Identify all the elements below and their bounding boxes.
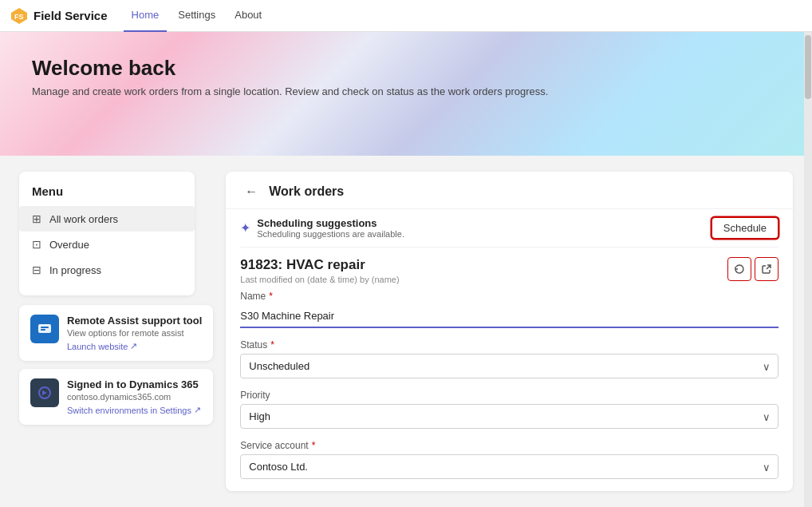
status-select-wrap: Unscheduled Scheduled In Progress Comple… bbox=[240, 354, 778, 378]
sidebar-item-in-progress[interactable]: ⊟ In progress bbox=[19, 257, 195, 283]
field-status: Status * Unscheduled Scheduled In Progre… bbox=[240, 339, 778, 378]
remote-assist-info: Remote Assist support tool View options … bbox=[67, 315, 202, 351]
remote-assist-title: Remote Assist support tool bbox=[67, 315, 202, 327]
sidebar: Menu ⊞ All work orders ⊡ Overdue ⊟ In pr… bbox=[19, 172, 213, 491]
main-content: Menu ⊞ All work orders ⊡ Overdue ⊟ In pr… bbox=[0, 156, 812, 507]
sidebar-title: Menu bbox=[19, 184, 195, 206]
service-account-required: * bbox=[312, 440, 316, 451]
workorder-detail-header: 91823: HVAC repair Last modified on (dat… bbox=[240, 248, 778, 291]
scheduling-bar: ✦ Scheduling suggestions Scheduling sugg… bbox=[240, 209, 778, 248]
sidebar-cards: Remote Assist support tool View options … bbox=[19, 305, 213, 425]
hero-banner: Welcome back Manage and create work orde… bbox=[0, 32, 812, 156]
work-order-type-required: * bbox=[323, 491, 327, 492]
dynamics-info: Signed in to Dynamics 365 contoso.dynami… bbox=[67, 378, 202, 415]
external-link-icon-2: ↗ bbox=[194, 405, 201, 415]
back-button[interactable]: ← bbox=[240, 183, 262, 200]
service-account-select-wrap: Contoso Ltd. ∨ bbox=[240, 454, 778, 479]
workorders-header: ← Work orders bbox=[226, 172, 793, 209]
workorder-detail-modified: Last modified on (date & time) by (name) bbox=[240, 275, 399, 284]
svg-rect-3 bbox=[41, 327, 49, 328]
sidebar-item-label: In progress bbox=[49, 264, 101, 276]
priority-label: Priority bbox=[240, 390, 778, 401]
app-name: Field Service bbox=[34, 9, 108, 22]
status-select[interactable]: Unscheduled Scheduled In Progress Comple… bbox=[240, 354, 778, 378]
svg-rect-2 bbox=[38, 324, 51, 333]
nav-links: Home Settings About bbox=[124, 0, 270, 32]
sidebar-item-overdue[interactable]: ⊡ Overdue bbox=[19, 232, 195, 257]
scheduling-subtitle: Scheduling suggestions are available. bbox=[257, 229, 404, 239]
progress-icon: ⊟ bbox=[32, 263, 41, 276]
name-label: Name * bbox=[240, 291, 778, 302]
refresh-icon bbox=[734, 263, 745, 275]
svg-text:FS: FS bbox=[14, 13, 24, 21]
status-required: * bbox=[270, 339, 274, 351]
scrollbar-thumb[interactable] bbox=[805, 35, 811, 99]
dynamics-icon-wrap bbox=[30, 378, 59, 407]
sidebar-item-label: Overdue bbox=[49, 239, 89, 251]
switch-environments-link[interactable]: Switch environments in Settings ↗ bbox=[67, 405, 202, 415]
field-name: Name * bbox=[240, 291, 778, 328]
remote-assist-card: Remote Assist support tool View options … bbox=[19, 305, 213, 361]
dynamics-title: Signed in to Dynamics 365 bbox=[67, 378, 202, 390]
scheduling-icon: ✦ bbox=[240, 220, 250, 236]
top-navigation: FS Field Service Home Settings About bbox=[0, 0, 812, 32]
external-link-icon: ↗ bbox=[130, 341, 137, 351]
workorders-panel-title: Work orders bbox=[269, 184, 344, 199]
workorders-content: ✦ Scheduling suggestions Scheduling sugg… bbox=[226, 209, 793, 491]
scheduling-text: Scheduling suggestions Scheduling sugges… bbox=[257, 217, 404, 239]
workorders-panel: ← Work orders ✦ Scheduling suggestions S… bbox=[226, 172, 793, 491]
name-required: * bbox=[269, 291, 273, 302]
sidebar-item-label: All work orders bbox=[49, 213, 118, 225]
remote-assist-icon-wrap bbox=[30, 315, 59, 343]
open-external-button[interactable] bbox=[755, 257, 778, 281]
nav-link-about[interactable]: About bbox=[227, 0, 270, 32]
priority-select[interactable]: High Medium Low bbox=[240, 404, 778, 429]
schedule-button[interactable]: Schedule bbox=[711, 217, 778, 239]
field-service-account: Service account * Contoso Ltd. ∨ bbox=[240, 440, 778, 479]
work-order-type-label: Work order type ⓘ * bbox=[240, 490, 778, 491]
name-input[interactable] bbox=[240, 305, 778, 328]
workorder-actions bbox=[727, 257, 778, 281]
hero-subtitle: Manage and create work orders from a sin… bbox=[32, 85, 780, 97]
field-work-order-type: Work order type ⓘ * Repair Maintenance I… bbox=[240, 490, 778, 491]
field-priority: Priority High Medium Low ∨ bbox=[240, 390, 778, 429]
scheduling-left: ✦ Scheduling suggestions Scheduling sugg… bbox=[240, 217, 404, 239]
app-logo-icon: FS bbox=[10, 6, 29, 26]
grid-icon: ⊞ bbox=[32, 212, 41, 225]
dynamics-card: Signed in to Dynamics 365 contoso.dynami… bbox=[19, 369, 213, 425]
svg-rect-4 bbox=[41, 329, 45, 331]
remote-assist-icon bbox=[36, 320, 53, 338]
overdue-icon: ⊡ bbox=[32, 238, 41, 251]
launch-website-link[interactable]: Launch website ↗ bbox=[67, 341, 202, 351]
workorder-detail-info: 91823: HVAC repair Last modified on (dat… bbox=[240, 257, 399, 284]
nav-link-home[interactable]: Home bbox=[124, 0, 168, 32]
remote-assist-desc: View options for remote assist bbox=[67, 328, 202, 338]
work-order-type-info-icon[interactable]: ⓘ bbox=[311, 490, 320, 491]
sidebar-menu: Menu ⊞ All work orders ⊡ Overdue ⊟ In pr… bbox=[19, 172, 195, 295]
nav-link-settings[interactable]: Settings bbox=[170, 0, 223, 32]
app-logo: FS Field Service bbox=[10, 6, 124, 26]
workorder-detail-title: 91823: HVAC repair bbox=[240, 257, 399, 273]
dynamics-desc: contoso.dynamics365.com bbox=[67, 392, 202, 402]
scrollbar[interactable] bbox=[804, 32, 812, 507]
sidebar-item-all-work-orders[interactable]: ⊞ All work orders bbox=[19, 206, 195, 232]
status-label: Status * bbox=[240, 339, 778, 351]
scheduling-title: Scheduling suggestions bbox=[257, 217, 404, 229]
priority-select-wrap: High Medium Low ∨ bbox=[240, 404, 778, 429]
open-external-icon bbox=[761, 263, 772, 275]
refresh-button[interactable] bbox=[727, 257, 751, 281]
service-account-label: Service account * bbox=[240, 440, 778, 451]
dynamics-icon bbox=[36, 384, 53, 402]
hero-title: Welcome back bbox=[32, 56, 780, 81]
service-account-select[interactable]: Contoso Ltd. bbox=[240, 454, 778, 479]
